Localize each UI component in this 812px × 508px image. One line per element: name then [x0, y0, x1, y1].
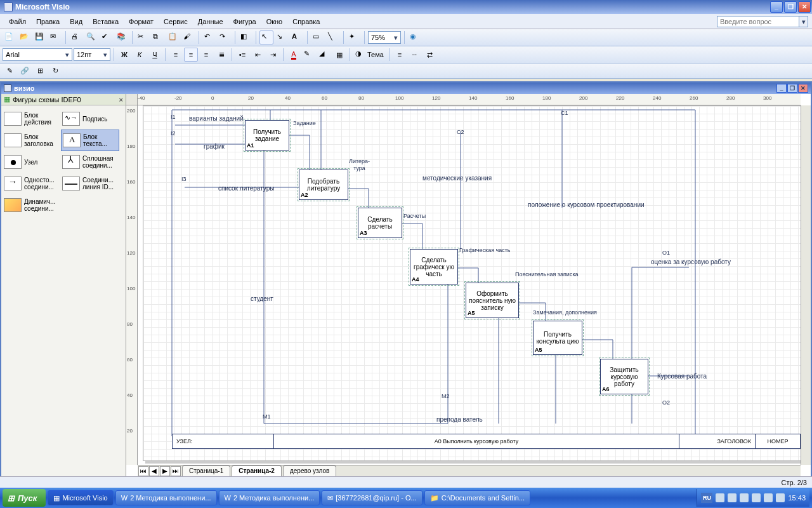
- zoom-combo[interactable]: 75%▾: [368, 31, 401, 44]
- shape-text-block[interactable]: Блок текста...: [61, 130, 119, 151]
- ruler-horizontal[interactable]: -40-200204060801001201401601802002202402…: [138, 94, 801, 105]
- menu-view[interactable]: Вид: [65, 16, 88, 27]
- ink-button[interactable]: ✎: [3, 64, 16, 78]
- taskbar-item-qip[interactable]: ✉[367722681@qip.ru] - O...: [322, 490, 422, 505]
- shape-dynamic-connector[interactable]: Динамич... соедини...: [3, 194, 61, 216]
- shape-title-block[interactable]: Блок заголовка: [3, 130, 61, 151]
- research-button[interactable]: 📚: [115, 30, 129, 44]
- spell-button[interactable]: ✔: [100, 30, 114, 44]
- tray-icon[interactable]: [716, 493, 724, 502]
- doc-restore-button[interactable]: ❐: [787, 84, 797, 93]
- line-pattern-button[interactable]: ┈: [408, 48, 422, 62]
- menu-format[interactable]: Формат: [124, 16, 159, 27]
- menu-file[interactable]: Файл: [4, 16, 31, 27]
- doc-close-button[interactable]: ✕: [798, 84, 808, 93]
- copy-button[interactable]: ⧉: [151, 30, 165, 44]
- pointer-tool[interactable]: ↖: [259, 30, 273, 44]
- tray-icon[interactable]: [740, 493, 749, 502]
- doc-minimize-button[interactable]: _: [776, 84, 787, 93]
- page-tab-3[interactable]: дерево узлов: [283, 465, 336, 476]
- mail-button[interactable]: ✉: [48, 30, 62, 44]
- close-button[interactable]: ✕: [798, 1, 811, 13]
- prev-page-button[interactable]: ◀: [149, 466, 159, 476]
- taskbar-item-word2[interactable]: W2 Методика выполнени...: [219, 490, 320, 505]
- menu-window[interactable]: Окно: [261, 16, 288, 27]
- connector-tool[interactable]: ↘: [275, 30, 289, 44]
- idef0-block-A2[interactable]: Подобрать литературуA2: [299, 170, 348, 200]
- idef0-block-A4[interactable]: Сделать графическ ую частьA4: [410, 249, 458, 284]
- menu-data[interactable]: Данные: [193, 16, 228, 27]
- tray-icon[interactable]: [728, 493, 737, 502]
- shape-node[interactable]: Узел: [3, 151, 61, 173]
- bold-button[interactable]: Ж: [117, 48, 131, 62]
- align-left-button[interactable]: ≡: [169, 48, 183, 62]
- menu-help[interactable]: Справка: [287, 16, 325, 27]
- rectangle-tool[interactable]: ▭: [311, 30, 325, 44]
- align-center-button[interactable]: ≡: [184, 48, 198, 62]
- drawing-page[interactable]: УЗЕЛ: A0 Выполнить курсовую работу ЗАГОЛ…: [143, 105, 801, 461]
- underline-button[interactable]: Ч: [148, 48, 162, 62]
- first-page-button[interactable]: ⏮: [138, 466, 148, 476]
- canvas[interactable]: УЗЕЛ: A0 Выполнить курсовую работу ЗАГОЛ…: [138, 105, 801, 465]
- clock[interactable]: 15:43: [788, 494, 806, 502]
- font-name-combo[interactable]: Arial▾: [3, 48, 72, 61]
- ask-question-input[interactable]: [717, 16, 799, 27]
- shape-label[interactable]: Подпись: [61, 108, 119, 130]
- menu-shape[interactable]: Фигура: [228, 16, 261, 27]
- shapes-button[interactable]: ◧: [239, 30, 252, 44]
- next-page-button[interactable]: ▶: [160, 466, 170, 476]
- line-ends-button[interactable]: ⇄: [423, 48, 437, 62]
- tray-icon[interactable]: [752, 493, 761, 502]
- ask-question-dropdown[interactable]: ▾: [799, 16, 808, 27]
- line-weight-button[interactable]: ≡: [393, 48, 407, 62]
- last-page-button[interactable]: ⏭: [171, 466, 181, 476]
- start-button[interactable]: ⊞ Пуск: [3, 489, 46, 507]
- idef0-block-A3[interactable]: Сделать расчетыA3: [358, 208, 402, 238]
- tray-icon[interactable]: [764, 493, 773, 502]
- page-tab-1[interactable]: Страница-1: [182, 465, 230, 476]
- paste-button[interactable]: 📋: [166, 30, 180, 44]
- taskbar-item-word1[interactable]: W2 Методика выполнени...: [115, 490, 217, 505]
- bullets-button[interactable]: •≡: [235, 48, 249, 62]
- undo-button[interactable]: ↶: [202, 30, 216, 44]
- taskbar-item-explorer[interactable]: 📁C:\Documents and Settin...: [424, 490, 530, 505]
- idef0-block-A5b[interactable]: Получить консульта циюA5: [533, 321, 582, 355]
- tray-icon[interactable]: [776, 493, 785, 502]
- italic-button[interactable]: К: [133, 48, 147, 62]
- ruler-vertical[interactable]: 20018016014012010080604020: [126, 105, 138, 465]
- idef0-block-A1[interactable]: Получить заданиеA1: [245, 120, 289, 150]
- fill-color-button[interactable]: ◢: [317, 48, 331, 62]
- theme-button[interactable]: ◑Тема: [353, 48, 386, 62]
- refresh-button[interactable]: ↻: [48, 64, 62, 78]
- cut-button[interactable]: ✂: [136, 30, 150, 44]
- print-button[interactable]: 🖨: [69, 30, 83, 44]
- open-button[interactable]: 📂: [18, 30, 32, 44]
- inc-indent-button[interactable]: ⇥: [266, 48, 280, 62]
- shape-block-action[interactable]: Блок действия: [3, 108, 61, 130]
- insert-button[interactable]: ⊞: [33, 64, 47, 78]
- shape-solid-connector[interactable]: Сплошная соедини...: [61, 151, 119, 173]
- language-indicator[interactable]: RU: [701, 493, 712, 503]
- ask-question-box[interactable]: ▾: [717, 16, 808, 27]
- save-button[interactable]: 💾: [33, 30, 47, 44]
- align-right-button[interactable]: ≡: [199, 48, 213, 62]
- preview-button[interactable]: 🔍: [84, 30, 98, 44]
- taskbar-item-visio[interactable]: ▦Microsoft Visio: [48, 490, 113, 505]
- help-button[interactable]: ◉: [408, 30, 422, 44]
- text-tool[interactable]: A: [290, 30, 304, 44]
- redo-button[interactable]: ↷: [218, 30, 232, 44]
- minimize-button[interactable]: _: [770, 1, 783, 13]
- stamp-tool[interactable]: ✦: [347, 30, 361, 44]
- page-tab-2[interactable]: Страница-2: [232, 465, 282, 476]
- line-color-button[interactable]: ✎: [302, 48, 316, 62]
- maximize-button[interactable]: ❐: [784, 1, 797, 13]
- menu-tools[interactable]: Сервис: [159, 16, 193, 27]
- line-tool[interactable]: ╲: [326, 30, 340, 44]
- shadow-button[interactable]: ▦: [332, 48, 346, 62]
- menu-insert[interactable]: Вставка: [88, 16, 124, 27]
- link-button[interactable]: 🔗: [18, 64, 32, 78]
- align-justify-button[interactable]: ≣: [214, 48, 228, 62]
- idef0-block-A5[interactable]: Оформить пояснитель ную запискуA5: [466, 283, 519, 318]
- font-size-combo[interactable]: 12пт▾: [74, 48, 110, 61]
- vertical-scrollbar[interactable]: [801, 105, 811, 465]
